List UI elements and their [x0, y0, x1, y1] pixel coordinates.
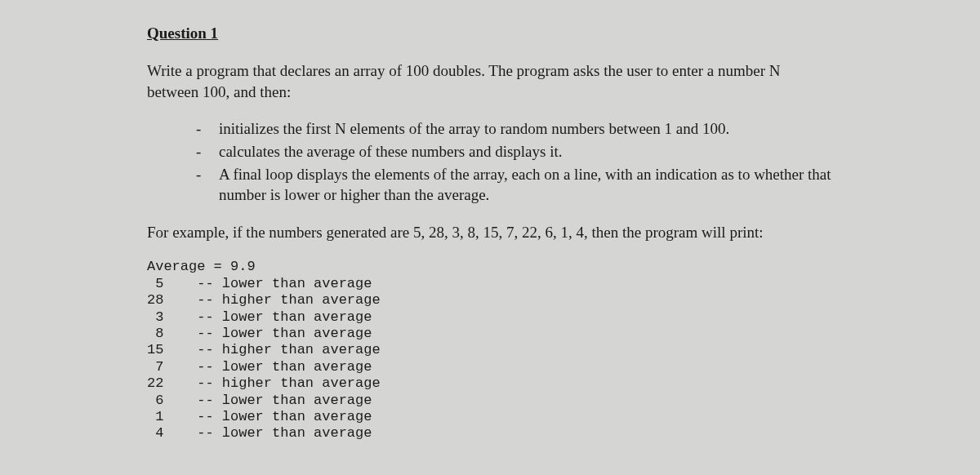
list-item: - calculates the average of these number…: [196, 141, 833, 162]
question-title: Question 1: [147, 24, 833, 42]
bullet-text: calculates the average of these numbers …: [219, 141, 833, 162]
bullet-marker: -: [196, 118, 219, 140]
bullet-marker: -: [196, 141, 219, 162]
bullet-list: - initializes the first N elements of th…: [196, 118, 833, 206]
list-item: - A final loop displays the elements of …: [196, 164, 833, 206]
code-output: Average = 9.9 5 -- lower than average 28…: [147, 259, 833, 442]
example-intro: For example, if the numbers generated ar…: [147, 222, 833, 243]
bullet-text: initializes the first N elements of the …: [219, 118, 833, 140]
intro-paragraph: Write a program that declares an array o…: [147, 60, 833, 102]
bullet-text: A final loop displays the elements of th…: [219, 164, 833, 206]
bullet-marker: -: [196, 164, 219, 185]
list-item: - initializes the first N elements of th…: [196, 118, 833, 140]
